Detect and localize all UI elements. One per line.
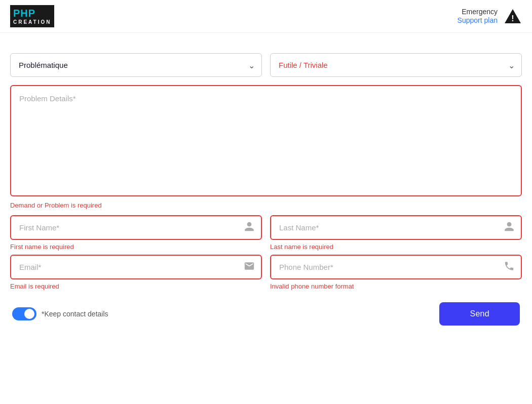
warning-icon: ! (504, 7, 522, 25)
phone-field-wrapper (270, 255, 522, 279)
dropdowns-row: Problématique Autre ⌄ Futile / Triviale … (10, 53, 522, 77)
email-input[interactable] (10, 255, 262, 279)
phone-input[interactable] (270, 255, 522, 279)
contact-errors-row: Email is required Invalid phone number f… (10, 281, 522, 290)
logo: PHP CREATION (10, 5, 54, 27)
bottom-row: *Keep contact details Send (10, 302, 522, 326)
logo-php-text: PHP (13, 7, 51, 19)
problematique-dropdown-wrapper: Problématique Autre ⌄ (10, 53, 262, 77)
email-error: Email is required (10, 282, 262, 290)
problem-details-error: Demand or Problem is required (10, 201, 522, 209)
svg-text:!: ! (511, 14, 514, 23)
keep-contact-label: *Keep contact details (42, 310, 108, 318)
last-name-field-wrapper (270, 215, 522, 240)
triviale-dropdown[interactable]: Futile / Triviale Urgente Normale (270, 53, 522, 77)
phone-error: Invalid phone number format (270, 282, 522, 290)
last-name-error: Last name is required (270, 243, 522, 251)
first-name-error: First name is required (10, 243, 262, 251)
name-errors-row: First name is required Last name is requ… (10, 242, 522, 251)
name-fields-row (10, 215, 522, 240)
header: PHP CREATION Emergency Support plan ! (0, 0, 532, 33)
send-button[interactable]: Send (439, 302, 520, 326)
last-name-input[interactable] (270, 215, 522, 240)
warning-triangle-icon: ! (504, 7, 522, 25)
email-field-wrapper (10, 255, 262, 279)
support-plan-link[interactable]: Support plan (458, 16, 498, 24)
keep-contact-toggle[interactable] (12, 307, 36, 320)
keep-contact-wrapper: *Keep contact details (12, 307, 108, 320)
first-name-field-wrapper (10, 215, 262, 240)
main-content: Problématique Autre ⌄ Futile / Triviale … (0, 33, 532, 336)
logo-creation-text: CREATION (13, 19, 51, 25)
problem-details-textarea[interactable] (10, 85, 522, 196)
contact-fields-row (10, 255, 522, 279)
emergency-label: Emergency (458, 8, 498, 16)
triviale-dropdown-wrapper: Futile / Triviale Urgente Normale ⌄ (270, 53, 522, 77)
header-right: Emergency Support plan ! (458, 7, 522, 25)
first-name-input[interactable] (10, 215, 262, 240)
logo-box: PHP CREATION (10, 5, 54, 27)
emergency-info: Emergency Support plan (458, 8, 498, 25)
problematique-dropdown[interactable]: Problématique Autre (10, 53, 262, 77)
toggle-slider (12, 307, 36, 320)
